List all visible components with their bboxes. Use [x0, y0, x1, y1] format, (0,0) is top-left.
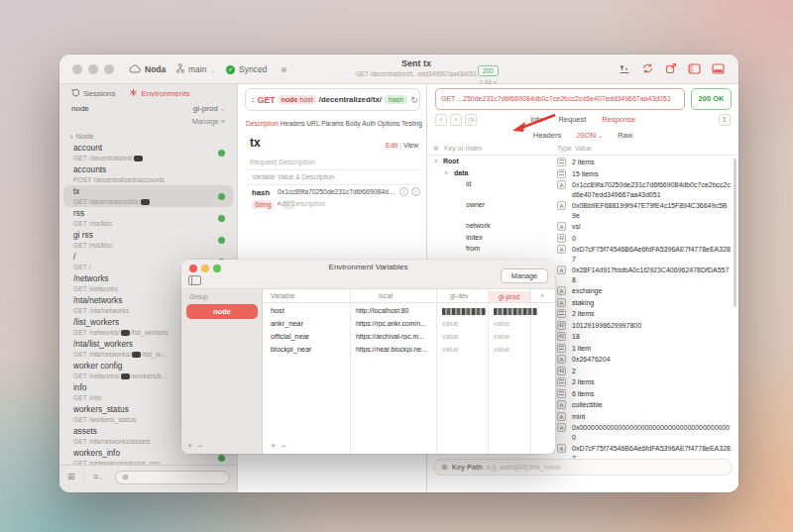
response-view-tab[interactable]: JSON [576, 131, 603, 140]
sidebar-request-item[interactable]: rss GET /rss/bbc [63, 207, 233, 229]
json-tree-row[interactable]: ∨ id 0x1cc89fa70250de231c7d6f669084db0c7… [427, 179, 738, 200]
add-variable-button[interactable]: + [271, 441, 281, 451]
sync-link-icon[interactable] [641, 62, 654, 74]
share-icon[interactable]: ↥ [719, 114, 731, 126]
chevron-down-icon[interactable]: ∨ [434, 158, 438, 163]
host-variable-badge[interactable]: nodehost [279, 95, 316, 104]
filter-gear-icon: ⊛ [122, 473, 129, 481]
manage-button[interactable]: Manage [501, 268, 548, 283]
request-tab[interactable]: Testing [401, 120, 422, 127]
request-description-placeholder[interactable]: Request Description [250, 158, 315, 166]
gi-prod-value[interactable]: value [494, 346, 549, 353]
environment-selector[interactable]: gi-prod ⌄ [193, 104, 225, 113]
tab-environments[interactable]: Environments [129, 88, 189, 99]
local-value[interactable]: https://archival-rpc.m... [356, 333, 433, 340]
variable-name[interactable]: hash [252, 188, 270, 197]
toggle-bottom-panel-icon[interactable] [712, 63, 725, 74]
keypath-bar[interactable]: ⊛ Key Path e.g. users[42].first_name [433, 459, 733, 476]
sidebar-request-item[interactable]: account GET /decentralized/ [63, 142, 233, 163]
request-name: accounts [73, 165, 223, 174]
toggle-groups-pane-icon[interactable] [188, 275, 201, 285]
remove-variable-button[interactable]: − [281, 441, 290, 451]
json-tree-row[interactable]: ∨ owner 0x0Bb9EF688199f947E79fE4c15F894C… [427, 200, 738, 221]
variable-name[interactable]: official_near [271, 332, 309, 341]
close-window-button[interactable] [72, 64, 82, 74]
tab-sessions[interactable]: Sessions [71, 88, 115, 99]
request-tab[interactable]: Auth [362, 120, 376, 127]
chevron-down-icon: ⌄ [210, 66, 215, 73]
gi-dev-value[interactable]: value [442, 346, 488, 353]
url-bar[interactable]: : GET nodehost /decentralized/tx/ hash ↻ [245, 88, 420, 111]
info-circle-icon[interactable]: i [399, 187, 408, 196]
request-tab[interactable]: Headers [281, 120, 305, 127]
json-value: 15 items [572, 169, 731, 179]
variable-row[interactable]: host http://localhost:80 [263, 304, 555, 317]
status-dot [218, 215, 225, 222]
add-column-button[interactable]: + [540, 292, 544, 299]
minimize-window-button[interactable] [88, 64, 98, 74]
sidebar-request-item[interactable]: gi rss GET /rss/bbc [63, 229, 233, 251]
keypath-placeholder[interactable]: e.g. users[42].first_name [487, 464, 561, 471]
sidebar-request-item[interactable]: tx GET /decentralized/tx/ [63, 185, 233, 207]
chevron-down-icon[interactable]: ∨ [444, 169, 448, 175]
send-refresh-icon[interactable]: ↻ [410, 95, 418, 105]
sort-filter-icon[interactable]: ≡⌄ [93, 472, 103, 481]
filter-icon[interactable]: ⊕ [433, 145, 439, 153]
json-tree-row[interactable]: ∨ index 0 [427, 233, 738, 245]
json-tree-row[interactable]: ∨ Root 2 items [427, 157, 738, 168]
gi-prod-value[interactable]: value [494, 320, 549, 327]
sidebar-group-header[interactable]: ∨ Node [69, 132, 93, 141]
request-tab[interactable]: URL Params [306, 120, 344, 127]
request-path: GET /rss/bbc [73, 219, 223, 228]
local-value[interactable]: https://rpc.ankr.com/n... [356, 320, 433, 327]
gi-dev-value[interactable]: value [442, 320, 488, 327]
variable-value[interactable]: 0x1cc89fa70250de231c7d6f669084d... [278, 188, 398, 195]
local-value[interactable]: http://localhost:80 [356, 307, 433, 314]
request-tab[interactable]: Body [346, 120, 361, 127]
manage-environments-link[interactable]: Manage » [192, 117, 225, 126]
gi-dev-value[interactable]: value [442, 333, 488, 340]
json-tree-row[interactable]: ∨ network vsl [427, 221, 738, 233]
variable-row[interactable]: blockpi_near https://near.blockpi.ne... … [263, 343, 555, 356]
response-url[interactable]: GET ...250de231c7d6f669084db0c7ce2bcc2cd… [435, 88, 685, 110]
sidebar-search-input[interactable]: ⊛ [115, 471, 230, 484]
url-path[interactable]: /decentralized/tx/ [319, 95, 382, 104]
filter-placeholder[interactable]: Key or Index [444, 145, 482, 152]
group-item-node[interactable]: node [186, 304, 258, 319]
variable-name[interactable]: host [271, 306, 284, 315]
response-view-tab[interactable]: Raw [618, 131, 632, 140]
response-nav-tab[interactable]: Request [558, 115, 586, 124]
add-group-button[interactable]: + [187, 441, 197, 451]
app-name: Noda [145, 64, 166, 74]
sort-toolbar-icon[interactable] [619, 62, 630, 74]
toggle-sidebar-icon[interactable] [688, 63, 701, 74]
json-tree-row[interactable]: ∨ data 15 items [427, 168, 738, 180]
branch-selector[interactable]: main ⌄ [176, 54, 215, 84]
gi-prod-value[interactable]: value [494, 333, 549, 340]
local-value[interactable]: https://near.blockpi.ne... [356, 346, 433, 353]
variable-name[interactable]: ankr_near [271, 319, 303, 328]
sync-status[interactable]: ✓ Synced [226, 54, 267, 84]
zoom-window-button[interactable] [104, 64, 114, 74]
response-view-tab[interactable]: Headers [533, 131, 561, 140]
request-tab[interactable]: Description [246, 120, 279, 127]
type-badge[interactable]: String [252, 200, 274, 209]
export-window-icon[interactable] [665, 62, 677, 74]
view-button[interactable]: View [403, 142, 418, 149]
add-request-icon[interactable]: ⊞ [67, 472, 75, 481]
variable-row[interactable]: ankr_near https://rpc.ankr.com/n... valu… [263, 317, 555, 330]
hash-param-badge[interactable]: hash [385, 95, 407, 104]
method-menu-icon[interactable]: : [252, 95, 255, 104]
variable-row[interactable]: official_near https://archival-rpc.m... … [263, 330, 555, 343]
remove-group-button[interactable]: − [197, 441, 207, 451]
response-nav-tab[interactable]: Info [530, 115, 543, 124]
type-icon [557, 158, 566, 166]
remove-circle-icon[interactable]: − [411, 187, 420, 196]
add-description-placeholder[interactable]: Add Description [278, 200, 325, 207]
request-tab[interactable]: Options [378, 120, 400, 127]
variable-name[interactable]: blockpi_near [271, 345, 311, 354]
scrollbar[interactable] [734, 159, 736, 307]
sidebar-request-item[interactable]: accounts POST /decentralized/accounts [63, 163, 233, 185]
response-nav-tab[interactable]: Response [602, 115, 635, 124]
edit-button[interactable]: Edit [386, 142, 397, 149]
